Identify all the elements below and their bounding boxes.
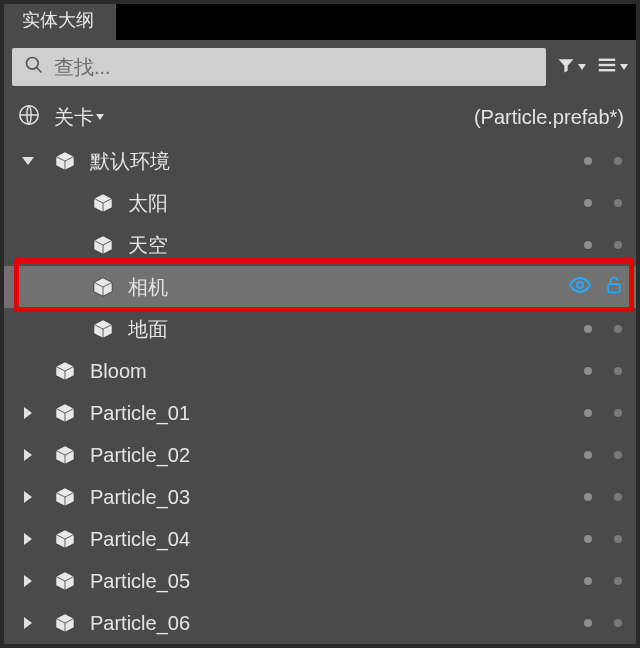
svg-line-1 [37,68,42,73]
search-icon [24,55,44,79]
status-dots [584,367,622,375]
status-dots [584,493,622,501]
expand-arrow-icon[interactable] [24,575,32,587]
entity-label: 地面 [128,316,584,343]
svg-rect-7 [608,284,620,292]
prefab-label: (Particle.prefab*) [474,106,624,129]
expand-arrow-icon[interactable] [24,533,32,545]
visibility-dot-icon[interactable] [584,535,592,543]
lock-icon[interactable] [604,275,624,300]
visibility-dot-icon[interactable] [584,157,592,165]
filter-button[interactable] [556,55,586,79]
tree-row[interactable]: Particle_03 [0,476,640,518]
toolbar [0,40,640,96]
lock-dot-icon[interactable] [614,367,622,375]
expand-arrow-icon[interactable] [24,491,32,503]
entity-cube-icon [54,360,76,382]
entity-label: 相机 [128,274,568,301]
tree-row[interactable]: 相机 [0,266,640,308]
entity-cube-icon [92,318,114,340]
entity-cube-icon [54,150,76,172]
tree-row[interactable]: Bloom [0,350,640,392]
status-dots [584,157,622,165]
lock-dot-icon[interactable] [614,157,622,165]
visibility-dot-icon[interactable] [584,325,592,333]
lock-dot-icon[interactable] [614,409,622,417]
entity-label: Particle_05 [90,570,584,593]
lock-dot-icon[interactable] [614,199,622,207]
tree-row[interactable]: Particle_02 [0,434,640,476]
status-dots [584,451,622,459]
status-dots [584,619,622,627]
visibility-dot-icon[interactable] [584,493,592,501]
status-dots [584,325,622,333]
visibility-dot-icon[interactable] [584,409,592,417]
expand-arrow-icon[interactable] [22,157,34,165]
tree-row[interactable]: Particle_07 [0,644,640,648]
lock-dot-icon[interactable] [614,451,622,459]
svg-point-6 [577,282,583,288]
visibility-eye-icon[interactable] [568,273,592,302]
tree-row[interactable]: 太阳 [0,182,640,224]
entity-cube-icon [92,192,114,214]
level-root-row[interactable]: 关卡 (Particle.prefab*) [0,96,640,138]
entity-cube-icon [54,528,76,550]
entity-cube-icon [54,444,76,466]
menu-button[interactable] [596,54,628,80]
hamburger-icon [596,54,618,80]
visibility-dot-icon[interactable] [584,619,592,627]
entity-label: 天空 [128,232,584,259]
entity-cube-icon [92,276,114,298]
status-dots [584,199,622,207]
chevron-down-icon [578,64,586,70]
tree-row[interactable]: Particle_06 [0,602,640,644]
entity-cube-icon [54,402,76,424]
svg-rect-2 [599,59,616,61]
visibility-dot-icon[interactable] [584,451,592,459]
tree-row[interactable]: 默认环境 [0,140,640,182]
entity-cube-icon [54,486,76,508]
svg-rect-3 [599,64,616,66]
tab-entity-outline[interactable]: 实体大纲 [0,0,116,40]
search-box[interactable] [12,48,546,86]
tree-row[interactable]: 天空 [0,224,640,266]
status-dots [584,535,622,543]
visibility-dot-icon[interactable] [584,199,592,207]
entity-cube-icon [54,612,76,634]
visibility-dot-icon[interactable] [584,367,592,375]
lock-dot-icon[interactable] [614,325,622,333]
level-root-label: 关卡 [54,104,94,131]
tree-row[interactable]: 地面 [0,308,640,350]
entity-label: Particle_01 [90,402,584,425]
chevron-down-icon [96,114,104,120]
visibility-dot-icon[interactable] [584,577,592,585]
tree-row[interactable]: Particle_01 [0,392,640,434]
tree-row[interactable]: Particle_05 [0,560,640,602]
globe-icon [18,104,40,131]
entity-cube-icon [54,570,76,592]
entity-label: Particle_06 [90,612,584,635]
status-dots [584,577,622,585]
tab-strip: 实体大纲 [0,0,640,40]
tab-label: 实体大纲 [22,8,94,32]
tree-row[interactable]: Particle_04 [0,518,640,560]
entity-label: Bloom [90,360,584,383]
entity-label: 太阳 [128,190,584,217]
lock-dot-icon[interactable] [614,493,622,501]
lock-dot-icon[interactable] [614,241,622,249]
lock-dot-icon[interactable] [614,577,622,585]
search-input[interactable] [54,56,534,79]
chevron-down-icon [620,64,628,70]
lock-dot-icon[interactable] [614,535,622,543]
svg-rect-4 [599,69,616,71]
lock-dot-icon[interactable] [614,619,622,627]
svg-point-0 [27,58,39,70]
expand-arrow-icon[interactable] [24,617,32,629]
expand-arrow-icon[interactable] [24,449,32,461]
entity-tree: 默认环境太阳天空相机地面BloomParticle_01Particle_02P… [0,138,640,648]
status-dots [584,409,622,417]
expand-arrow-icon[interactable] [24,407,32,419]
entity-label: Particle_02 [90,444,584,467]
visibility-dot-icon[interactable] [584,241,592,249]
status-dots [584,241,622,249]
